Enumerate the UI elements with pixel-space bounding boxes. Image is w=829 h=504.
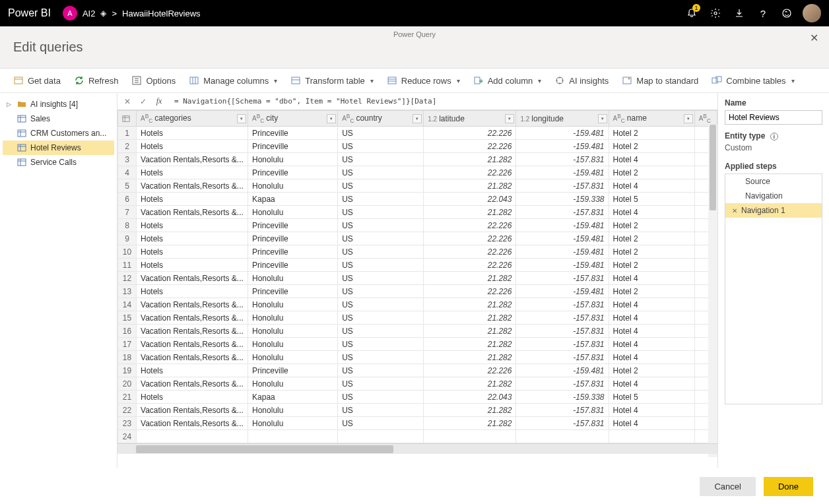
cell-categories[interactable]: Vacation Rentals,Resorts &...	[137, 404, 248, 417]
column-header[interactable]: ABCcountry▾	[338, 111, 424, 127]
cell-name[interactable]: Hotel 5	[609, 193, 694, 206]
cell-city[interactable]	[248, 430, 338, 443]
cell-longitude[interactable]: -157.831	[516, 417, 609, 430]
done-button[interactable]: Done	[764, 477, 813, 496]
manage-columns-button[interactable]: Manage columns ▾	[183, 73, 282, 88]
table-row[interactable]: 24	[118, 430, 717, 443]
cell-name[interactable]: Hotel 2	[609, 219, 694, 232]
cell-longitude[interactable]: -157.831	[516, 272, 609, 285]
cell-latitude[interactable]: 22.043	[424, 391, 516, 404]
row-number[interactable]: 6	[118, 193, 137, 206]
cell-name[interactable]: Hotel 4	[609, 377, 694, 391]
get-data-button[interactable]: Get data	[8, 73, 66, 88]
row-number[interactable]: 21	[118, 391, 137, 404]
column-header[interactable]: ABCcity▾	[248, 111, 338, 127]
cell-country[interactable]: US	[338, 338, 424, 351]
download-button[interactable]	[727, 0, 751, 26]
cell-longitude[interactable]: -159.338	[516, 193, 609, 206]
cell-name[interactable]	[609, 430, 694, 443]
cell-name[interactable]: Hotel 4	[609, 325, 694, 338]
cell-name[interactable]: Hotel 4	[609, 404, 694, 417]
cell-longitude[interactable]: -157.831	[516, 377, 609, 391]
fx-icon[interactable]: fx	[153, 96, 165, 108]
cell-longitude[interactable]: -159.481	[516, 219, 609, 232]
row-number[interactable]: 10	[118, 245, 137, 259]
cell-categories[interactable]: Hotels	[137, 391, 248, 404]
cell-longitude[interactable]: -157.831	[516, 153, 609, 166]
cell-longitude[interactable]: -157.831	[516, 311, 609, 325]
cell-name[interactable]: Hotel 4	[609, 311, 694, 325]
cell-categories[interactable]: Hotels	[137, 232, 248, 245]
delete-step-icon[interactable]: ✕	[732, 207, 737, 214]
datatype-icon[interactable]: 1.2	[428, 115, 437, 123]
options-button[interactable]: Options	[126, 73, 181, 88]
cell-city[interactable]: Princeville	[248, 259, 338, 272]
cell-city[interactable]: Honolulu	[248, 206, 338, 219]
table-row[interactable]: 13 Hotels Princeville US 22.226 -159.481…	[118, 285, 717, 298]
cell-name[interactable]: Hotel 4	[609, 206, 694, 219]
cell-country[interactable]: US	[338, 298, 424, 311]
table-row[interactable]: 22 Vacation Rentals,Resorts &... Honolul…	[118, 404, 717, 417]
filter-dropdown-icon[interactable]: ▾	[505, 114, 514, 123]
row-number[interactable]: 3	[118, 153, 137, 166]
help-button[interactable]: ?	[751, 0, 775, 26]
filter-dropdown-icon[interactable]: ▾	[237, 114, 246, 123]
cell-longitude[interactable]: -159.481	[516, 259, 609, 272]
cell-longitude[interactable]: -159.481	[516, 245, 609, 259]
row-number[interactable]: 18	[118, 351, 137, 364]
table-row[interactable]: 1 Hotels Princeville US 22.226 -159.481 …	[118, 127, 717, 140]
table-row[interactable]: 2 Hotels Princeville US 22.226 -159.481 …	[118, 140, 717, 153]
cell-name[interactable]: Hotel 4	[609, 153, 694, 166]
cell-latitude[interactable]: 22.226	[424, 166, 516, 179]
cell-categories[interactable]: Vacation Rentals,Resorts &...	[137, 298, 248, 311]
table-row[interactable]: 14 Vacation Rentals,Resorts &... Honolul…	[118, 298, 717, 311]
query-name-input[interactable]	[725, 110, 822, 125]
cell-city[interactable]: Honolulu	[248, 325, 338, 338]
table-row[interactable]: 23 Vacation Rentals,Resorts &... Honolul…	[118, 417, 717, 430]
cell-latitude[interactable]: 21.282	[424, 351, 516, 364]
table-row[interactable]: 12 Vacation Rentals,Resorts &... Honolul…	[118, 272, 717, 285]
cell-country[interactable]: US	[338, 404, 424, 417]
datatype-icon[interactable]: ABC	[342, 115, 354, 122]
filter-dropdown-icon[interactable]: ▾	[598, 114, 607, 123]
cell-city[interactable]: Princeville	[248, 285, 338, 298]
cell-country[interactable]: US	[338, 311, 424, 325]
cell-name[interactable]: Hotel 2	[609, 259, 694, 272]
cell-country[interactable]: US	[338, 351, 424, 364]
cell-country[interactable]: US	[338, 127, 424, 140]
horizontal-scrollbar[interactable]	[117, 443, 717, 454]
cell-longitude[interactable]: -157.831	[516, 404, 609, 417]
transform-table-button[interactable]: Transform table ▾	[285, 73, 379, 88]
cell-country[interactable]: US	[338, 140, 424, 153]
cell-name[interactable]: Hotel 4	[609, 179, 694, 193]
cell-latitude[interactable]: 21.282	[424, 153, 516, 166]
cell-longitude[interactable]: -157.831	[516, 206, 609, 219]
row-number[interactable]: 5	[118, 179, 137, 193]
cell-country[interactable]: US	[338, 417, 424, 430]
cell-latitude[interactable]: 22.226	[424, 259, 516, 272]
reduce-rows-button[interactable]: Reduce rows ▾	[381, 73, 465, 88]
cell-longitude[interactable]: -157.831	[516, 338, 609, 351]
cell-country[interactable]: US	[338, 245, 424, 259]
query-item[interactable]: CRM Customers an...	[3, 126, 114, 141]
row-number[interactable]: 17	[118, 338, 137, 351]
cell-latitude[interactable]: 22.043	[424, 193, 516, 206]
datatype-icon[interactable]: ABC	[141, 115, 152, 122]
cell-categories[interactable]: Vacation Rentals,Resorts &...	[137, 377, 248, 391]
cell-categories[interactable]	[137, 430, 248, 443]
row-number[interactable]: 1	[118, 127, 137, 140]
settings-button[interactable]	[704, 0, 727, 26]
cell-longitude[interactable]: -157.831	[516, 179, 609, 193]
row-number[interactable]: 22	[118, 404, 137, 417]
cell-latitude[interactable]: 22.226	[424, 232, 516, 245]
row-number[interactable]: 15	[118, 311, 137, 325]
cell-city[interactable]: Princeville	[248, 232, 338, 245]
row-number[interactable]: 2	[118, 140, 137, 153]
cell-categories[interactable]: Hotels	[137, 140, 248, 153]
row-number[interactable]: 19	[118, 364, 137, 377]
table-row[interactable]: 18 Vacation Rentals,Resorts &... Honolul…	[118, 351, 717, 364]
applied-step[interactable]: ✕Navigation 1	[725, 203, 822, 218]
queries-folder[interactable]: ▷ AI insights [4]	[3, 97, 114, 111]
cell-city[interactable]: Honolulu	[248, 179, 338, 193]
cell-city[interactable]: Princeville	[248, 166, 338, 179]
